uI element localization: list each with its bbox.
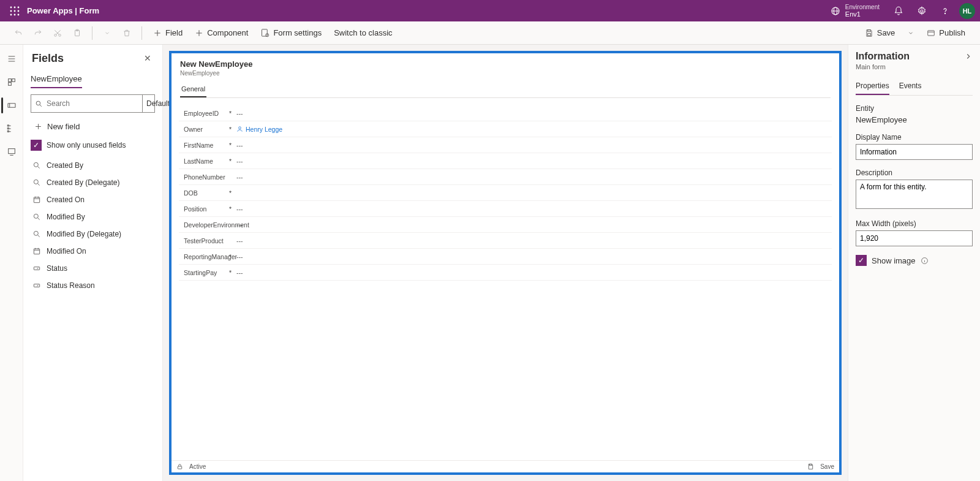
show-unused-label: Show only unused fields bbox=[47, 141, 126, 150]
svg-rect-24 bbox=[8, 83, 11, 86]
form-field-row[interactable]: Owner*Henry Legge bbox=[179, 121, 832, 137]
field-list-item[interactable]: Status bbox=[23, 260, 162, 277]
notifications-button[interactable] bbox=[887, 1, 910, 21]
svg-rect-20 bbox=[867, 33, 870, 36]
form-field-label: DOB bbox=[179, 189, 229, 197]
form-settings-label: Form settings bbox=[273, 28, 322, 37]
form-field-value: --- bbox=[236, 253, 832, 260]
form-field-label: PhoneNumber bbox=[179, 173, 229, 181]
svg-rect-40 bbox=[178, 466, 181, 469]
fields-panel-close[interactable]: ✕ bbox=[141, 51, 154, 66]
form-field-row[interactable]: PhoneNumber--- bbox=[179, 169, 832, 185]
form-body[interactable]: EmployeeID*---Owner*Henry LeggeFirstName… bbox=[179, 105, 832, 460]
plus-icon bbox=[34, 123, 42, 131]
settings-button[interactable] bbox=[910, 1, 933, 21]
form-field-label: ReportingManager bbox=[179, 253, 229, 260]
chevron-right-icon[interactable] bbox=[964, 52, 973, 61]
field-list-item-label: Modified By bbox=[47, 213, 85, 221]
paste-button[interactable] bbox=[69, 23, 86, 43]
user-avatar[interactable]: HL bbox=[959, 3, 975, 19]
lock-icon bbox=[176, 463, 183, 470]
add-component-label: Component bbox=[207, 28, 248, 37]
form-field-label: FirstName bbox=[179, 142, 229, 149]
gear-icon bbox=[917, 6, 927, 16]
fields-panel: Fields ✕ NewEmployee Default New field ✓… bbox=[23, 45, 163, 481]
svg-point-31 bbox=[34, 162, 38, 167]
add-field-button[interactable]: Field bbox=[148, 23, 187, 43]
svg-rect-28 bbox=[7, 131, 9, 132]
form-field-value: --- bbox=[236, 269, 832, 276]
undo-button[interactable] bbox=[10, 23, 27, 43]
props-showimage-toggle[interactable]: ✓ Show image bbox=[856, 255, 973, 266]
form-settings-button[interactable]: Form settings bbox=[255, 23, 326, 43]
form-field-row[interactable]: FirstName*--- bbox=[179, 137, 832, 153]
field-type-icon bbox=[32, 212, 42, 222]
form-tab-general[interactable]: General bbox=[180, 83, 206, 97]
field-list-item[interactable]: Created On bbox=[23, 191, 162, 208]
props-displayname-input[interactable] bbox=[856, 144, 973, 160]
rail-fields[interactable] bbox=[1, 95, 22, 116]
plus-icon bbox=[153, 29, 162, 37]
form-field-value: --- bbox=[236, 205, 832, 213]
app-launcher-button[interactable] bbox=[5, 1, 24, 21]
form-field-row[interactable]: Position*--- bbox=[179, 201, 832, 217]
redo-button[interactable] bbox=[29, 23, 47, 43]
form-field-value: --- bbox=[236, 110, 832, 117]
field-list-item[interactable]: Created By (Delegate) bbox=[23, 174, 162, 191]
form-footer: Active Save bbox=[172, 460, 839, 472]
field-list-item-label: Created On bbox=[47, 195, 85, 204]
save-icon bbox=[865, 29, 873, 37]
form-canvas-selected[interactable]: New NewEmployee NewEmployee General Empl… bbox=[169, 51, 842, 475]
svg-point-11 bbox=[921, 10, 923, 12]
field-list-item[interactable]: Status Reason bbox=[23, 277, 162, 294]
rail-tree[interactable] bbox=[1, 118, 22, 139]
search-icon bbox=[35, 100, 43, 108]
fields-search-input[interactable] bbox=[47, 99, 138, 108]
props-displayname-label: Display Name bbox=[856, 133, 973, 142]
props-tab-properties[interactable]: Properties bbox=[856, 78, 889, 95]
form-field-label: StartingPay bbox=[179, 269, 229, 276]
props-subtitle: Main form bbox=[856, 63, 973, 70]
environment-picker[interactable]: Environment Env1 bbox=[831, 4, 880, 18]
props-maxwidth-input[interactable] bbox=[856, 230, 973, 246]
form-field-label: LastName bbox=[179, 157, 229, 165]
field-list: Created ByCreated By (Delegate)Created O… bbox=[23, 157, 162, 481]
more-paste-button[interactable] bbox=[99, 23, 116, 43]
field-list-item[interactable]: Modified By (Delegate) bbox=[23, 225, 162, 243]
form-field-row[interactable]: StartingPay*--- bbox=[179, 265, 832, 281]
help-button[interactable] bbox=[933, 1, 957, 21]
fields-search-row: Default bbox=[31, 94, 155, 113]
rail-components[interactable] bbox=[1, 72, 22, 93]
form-field-row[interactable]: LastName*--- bbox=[179, 153, 832, 169]
save-split-button[interactable] bbox=[902, 23, 919, 43]
environment-name: Env1 bbox=[845, 10, 880, 18]
switch-classic-button[interactable]: Switch to classic bbox=[329, 23, 397, 43]
field-list-item[interactable]: Modified By bbox=[23, 208, 162, 225]
publish-button[interactable]: Publish bbox=[922, 23, 970, 43]
delete-button[interactable] bbox=[118, 23, 135, 43]
form-field-row[interactable]: DOB* bbox=[179, 185, 832, 201]
new-field-button[interactable]: New field bbox=[31, 118, 155, 135]
form-field-label: DeveloperEnvironment bbox=[179, 221, 229, 229]
svg-rect-19 bbox=[867, 29, 870, 31]
show-unused-toggle[interactable]: ✓ Show only unused fields bbox=[28, 137, 157, 153]
add-component-button[interactable]: Component bbox=[190, 23, 253, 43]
form-field-row[interactable]: EmployeeID*--- bbox=[179, 105, 832, 121]
svg-point-6 bbox=[10, 13, 12, 15]
fields-entity-tab[interactable]: NewEmployee bbox=[31, 72, 82, 88]
form-field-row[interactable]: DeveloperEnvironment--- bbox=[179, 217, 832, 233]
checkbox-checked-icon: ✓ bbox=[856, 255, 867, 266]
save-icon bbox=[807, 463, 814, 470]
field-list-item[interactable]: Modified On bbox=[23, 243, 162, 260]
form-field-row[interactable]: ReportingManager*--- bbox=[179, 249, 832, 265]
svg-point-1 bbox=[14, 6, 16, 8]
field-list-item[interactable]: Created By bbox=[23, 157, 162, 174]
rail-hamburger[interactable] bbox=[1, 48, 22, 69]
props-description-input[interactable] bbox=[856, 180, 973, 209]
props-tab-events[interactable]: Events bbox=[899, 78, 922, 95]
rail-library[interactable] bbox=[1, 142, 22, 162]
field-type-icon bbox=[32, 246, 42, 256]
save-button[interactable]: Save bbox=[860, 23, 900, 43]
cut-button[interactable] bbox=[49, 23, 66, 43]
form-field-row[interactable]: TesterProduct--- bbox=[179, 233, 832, 249]
